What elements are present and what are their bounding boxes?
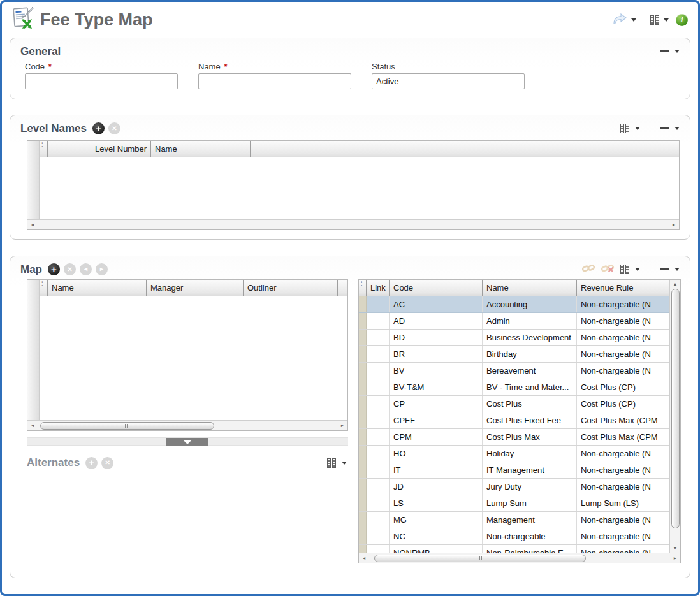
row-selector[interactable] [359, 528, 367, 544]
cell-link[interactable] [367, 512, 390, 528]
add-level-button[interactable]: + [92, 122, 105, 134]
cell-code[interactable]: AC [390, 296, 483, 312]
cell-link[interactable] [367, 545, 390, 553]
table-row[interactable]: CPM Cost Plus Max Cost Plus Max (CPM [359, 429, 669, 446]
cell-name[interactable]: Cost Plus Fixed Fee [483, 412, 577, 428]
cell-revenue-rule[interactable]: Cost Plus Max (CPM [577, 429, 669, 445]
cell-code[interactable]: CPFF [390, 412, 483, 428]
map-menu-caret[interactable] [674, 268, 680, 271]
map-left-grid-body[interactable] [40, 296, 347, 420]
cell-link[interactable] [367, 429, 390, 445]
cell-code[interactable]: CPM [390, 429, 483, 445]
cell-link[interactable] [367, 313, 390, 329]
scroll-right-arrow[interactable]: ► [671, 220, 677, 229]
column-header-name[interactable]: Name [151, 141, 251, 157]
drag-grip-icon[interactable]: ⦙ [359, 280, 367, 296]
table-row[interactable]: HO Holiday Non-chargeable (N [359, 446, 669, 462]
column-header-revenue-rule[interactable]: Revenue Rule [577, 280, 669, 296]
map-left-hscrollbar[interactable]: ◄ ► [27, 420, 347, 430]
map-columns-caret[interactable] [635, 268, 640, 271]
cell-code[interactable]: HO [390, 446, 483, 462]
unlink-icon[interactable] [601, 263, 615, 276]
cell-code[interactable]: BV-T&M [390, 379, 483, 395]
cell-name[interactable]: BV - Time and Mater... [483, 379, 577, 395]
scroll-left-arrow[interactable]: ◄ [29, 220, 36, 229]
row-selector[interactable] [359, 479, 367, 495]
cell-code[interactable]: CP [390, 396, 483, 412]
cell-name[interactable]: Business Development [483, 330, 577, 345]
table-row[interactable]: BV Bereavement Non-chargeable (N [359, 363, 669, 379]
cell-code[interactable]: IT [390, 462, 483, 478]
table-row[interactable]: CPFF Cost Plus Fixed Fee Cost Plus Max (… [359, 412, 669, 429]
cell-link[interactable] [367, 363, 390, 379]
table-row[interactable]: LS Lump Sum Lump Sum (LS) [359, 495, 669, 512]
collapse-general-button[interactable] [660, 50, 669, 52]
table-row[interactable]: AD Admin Non-chargeable (N [359, 313, 669, 330]
cell-code[interactable]: JD [390, 479, 483, 495]
cell-revenue-rule[interactable]: Non-chargeable (N [577, 479, 669, 495]
splitter-collapse-handle[interactable] [166, 438, 208, 446]
cell-link[interactable] [367, 479, 390, 495]
column-header-name[interactable]: Name [483, 280, 577, 296]
collapse-level-names-button[interactable] [660, 127, 669, 129]
drag-grip-icon[interactable]: ⦙ [40, 280, 48, 296]
cell-code[interactable]: AD [390, 313, 483, 329]
cell-name[interactable]: Holiday [483, 446, 577, 462]
row-selector[interactable] [359, 363, 367, 379]
table-row[interactable]: NC Non-chargeable Non-chargeable (N [359, 528, 669, 545]
cell-code[interactable]: MG [390, 512, 483, 528]
cell-name[interactable]: Accounting [483, 296, 577, 312]
scroll-left-arrow[interactable]: ◄ [29, 421, 36, 430]
cell-revenue-rule[interactable]: Non-chargeable (N [577, 528, 669, 544]
cell-revenue-rule[interactable]: Cost Plus (CP) [577, 379, 669, 395]
cell-name[interactable]: Bereavement [483, 363, 577, 379]
name-input[interactable] [198, 73, 351, 89]
cell-name[interactable]: IT Management [483, 462, 577, 478]
collapse-map-button[interactable] [660, 268, 669, 270]
level-names-menu-caret[interactable] [674, 127, 680, 130]
workflow-arrow-icon[interactable] [613, 13, 627, 27]
level-names-grid-body[interactable] [40, 157, 679, 219]
row-selector[interactable] [359, 313, 367, 329]
cell-revenue-rule[interactable]: Non-chargeable (N [577, 296, 669, 312]
cell-link[interactable] [367, 495, 390, 511]
alternates-columns-caret[interactable] [342, 462, 347, 465]
column-header-code[interactable]: Code [390, 280, 483, 296]
map-columns-icon[interactable] [620, 265, 629, 274]
table-row[interactable]: AC Accounting Non-chargeable (N [359, 296, 669, 313]
cell-code[interactable]: BR [390, 346, 483, 362]
column-header-name[interactable]: Name [48, 280, 147, 296]
cell-code[interactable]: NONRMB [390, 545, 483, 553]
scrollbar-thumb[interactable] [40, 422, 215, 430]
cell-code[interactable]: NC [390, 528, 483, 544]
cell-revenue-rule[interactable]: Non-chargeable (N [577, 512, 669, 528]
row-selector[interactable] [359, 512, 367, 528]
info-icon[interactable]: i [676, 14, 688, 26]
cell-name[interactable]: Lump Sum [483, 495, 577, 511]
drag-grip-icon[interactable]: ⦙ [40, 141, 48, 157]
cell-name[interactable]: Birthday [483, 346, 577, 362]
cell-link[interactable] [367, 396, 390, 412]
scrollbar-thumb[interactable] [374, 555, 586, 562]
cell-revenue-rule[interactable]: Non-chargeable (N [577, 462, 669, 478]
workflow-dropdown-caret[interactable] [631, 18, 636, 22]
cell-revenue-rule[interactable]: Cost Plus Max (CPM [577, 412, 669, 428]
cell-revenue-rule[interactable]: Non-chargeable (N [577, 545, 669, 553]
level-names-columns-icon[interactable] [620, 124, 629, 133]
scroll-right-arrow[interactable]: ► [339, 421, 346, 430]
general-menu-caret[interactable] [674, 50, 680, 53]
cell-link[interactable] [367, 379, 390, 395]
cell-name[interactable]: Non-Reimbursable E... [483, 545, 577, 553]
scroll-right-arrow[interactable]: ► [672, 553, 678, 563]
cell-revenue-rule[interactable]: Non-chargeable (N [577, 363, 669, 379]
cell-link[interactable] [367, 462, 390, 478]
level-names-columns-caret[interactable] [635, 127, 640, 130]
table-row[interactable]: BD Business Development Non-chargeable (… [359, 330, 669, 346]
status-input[interactable] [372, 73, 525, 89]
row-selector[interactable] [359, 495, 367, 511]
table-row[interactable]: IT IT Management Non-chargeable (N [359, 462, 669, 479]
cell-name[interactable]: Admin [483, 313, 577, 329]
code-input[interactable] [25, 73, 178, 89]
cell-link[interactable] [367, 412, 390, 428]
column-header-level-number[interactable]: Level Number [48, 141, 151, 157]
